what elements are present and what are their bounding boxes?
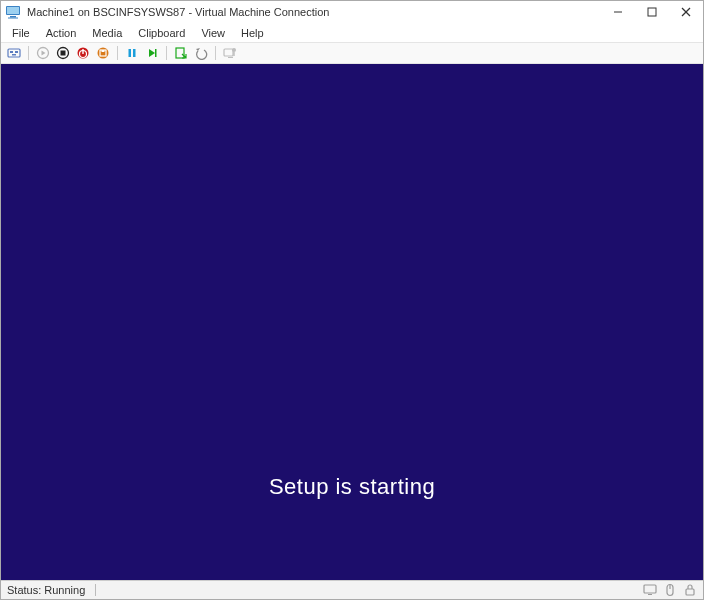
close-button[interactable] bbox=[669, 1, 703, 23]
shut-down-button[interactable] bbox=[74, 44, 92, 62]
ctrl-alt-del-button[interactable] bbox=[5, 44, 23, 62]
svg-rect-8 bbox=[8, 49, 20, 57]
svg-point-27 bbox=[232, 48, 236, 52]
svg-rect-14 bbox=[61, 51, 66, 56]
pause-button[interactable] bbox=[123, 44, 141, 62]
maximize-button[interactable] bbox=[635, 1, 669, 23]
menu-bar: File Action Media Clipboard View Help bbox=[1, 23, 703, 42]
minimize-button[interactable] bbox=[601, 1, 635, 23]
svg-rect-11 bbox=[12, 54, 16, 56]
svg-rect-24 bbox=[176, 48, 184, 58]
svg-rect-10 bbox=[15, 51, 18, 53]
svg-rect-17 bbox=[82, 49, 83, 54]
separator bbox=[28, 46, 29, 60]
setup-message: Setup is starting bbox=[269, 474, 435, 500]
revert-button[interactable] bbox=[192, 44, 210, 62]
svg-rect-9 bbox=[10, 51, 13, 53]
menu-help[interactable]: Help bbox=[234, 26, 271, 40]
vm-viewport[interactable]: Setup is starting bbox=[1, 64, 703, 580]
window-controls bbox=[601, 1, 703, 23]
toolbar bbox=[1, 42, 703, 64]
svg-rect-30 bbox=[648, 594, 652, 595]
lock-icon bbox=[683, 583, 697, 597]
svg-rect-33 bbox=[686, 589, 694, 595]
svg-point-18 bbox=[98, 48, 109, 59]
save-button[interactable] bbox=[94, 44, 112, 62]
status-divider bbox=[95, 584, 96, 596]
checkpoint-button[interactable] bbox=[172, 44, 190, 62]
separator bbox=[215, 46, 216, 60]
menu-action[interactable]: Action bbox=[39, 26, 84, 40]
menu-media[interactable]: Media bbox=[85, 26, 129, 40]
svg-rect-5 bbox=[648, 8, 656, 16]
svg-rect-28 bbox=[233, 52, 234, 56]
turn-off-button[interactable] bbox=[54, 44, 72, 62]
menu-view[interactable]: View bbox=[194, 26, 232, 40]
title-bar[interactable]: Machine1 on BSCINFSYSWS87 - Virtual Mach… bbox=[1, 1, 703, 23]
svg-rect-3 bbox=[8, 18, 18, 19]
app-icon bbox=[5, 4, 21, 20]
svg-rect-25 bbox=[224, 49, 233, 56]
mouse-icon bbox=[663, 583, 677, 597]
menu-clipboard[interactable]: Clipboard bbox=[131, 26, 192, 40]
svg-rect-26 bbox=[228, 57, 233, 58]
menu-file[interactable]: File bbox=[5, 26, 37, 40]
svg-rect-23 bbox=[155, 49, 157, 57]
status-bar: Status: Running bbox=[1, 580, 703, 599]
svg-rect-29 bbox=[644, 585, 656, 593]
svg-rect-2 bbox=[10, 16, 16, 18]
separator bbox=[166, 46, 167, 60]
reset-button[interactable] bbox=[143, 44, 161, 62]
app-window: Machine1 on BSCINFSYSWS87 - Virtual Mach… bbox=[0, 0, 704, 600]
start-button[interactable] bbox=[34, 44, 52, 62]
enhanced-session-button[interactable] bbox=[221, 44, 239, 62]
window-title: Machine1 on BSCINFSYSWS87 - Virtual Mach… bbox=[27, 6, 601, 18]
svg-rect-1 bbox=[7, 7, 19, 14]
display-icon bbox=[643, 583, 657, 597]
status-text: Status: Running bbox=[7, 584, 85, 596]
svg-rect-20 bbox=[102, 50, 105, 52]
svg-rect-21 bbox=[129, 49, 132, 57]
svg-rect-22 bbox=[133, 49, 136, 57]
separator bbox=[117, 46, 118, 60]
